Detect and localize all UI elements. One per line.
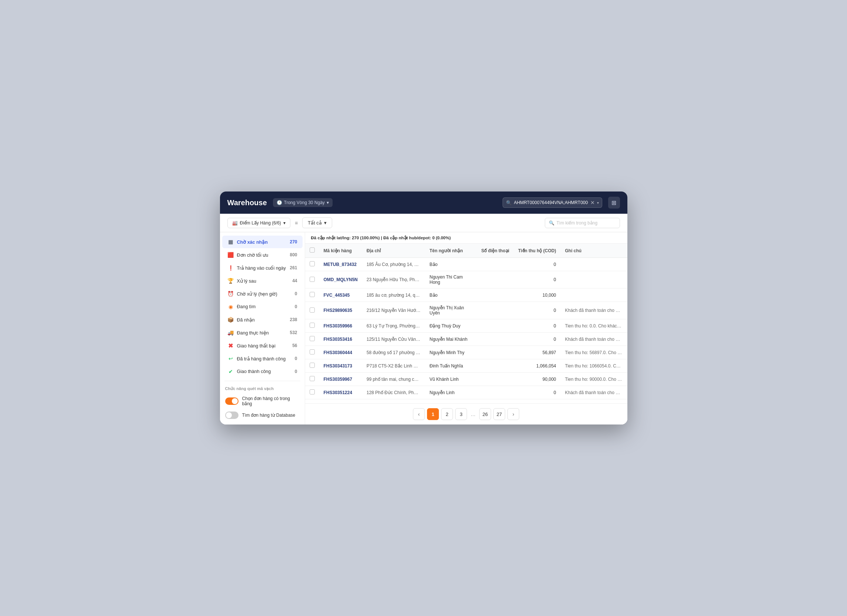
page-26-button[interactable]: 26 bbox=[479, 408, 491, 420]
row-code-1: OMD_MQLYN5N bbox=[319, 271, 362, 288]
table-row: FVC_445345 185 âu cơ, phường 14, quận 11… bbox=[305, 288, 627, 302]
row-checkbox-1[interactable] bbox=[310, 277, 315, 282]
content-area: Đã cập nhật lat/lng: 270 (100.00%) | Đã … bbox=[305, 232, 627, 424]
select-all-checkbox[interactable] bbox=[310, 247, 315, 253]
row-recipient-6: Nguyễn Minh Thy bbox=[425, 346, 477, 359]
sidebar-item-count: 0 bbox=[295, 356, 297, 361]
row-checkbox-0[interactable] bbox=[310, 261, 315, 266]
row-address-8: 99 phố tân mai, chung cư Man... bbox=[362, 373, 425, 386]
prev-page-button[interactable]: ‹ bbox=[413, 408, 425, 420]
page-dots: … bbox=[469, 412, 477, 417]
toggle1-label: Chọn đơn hàng có trong bảng bbox=[242, 396, 300, 406]
clear-search-icon[interactable]: ✕ bbox=[590, 199, 595, 205]
row-checkbox-4[interactable] bbox=[310, 323, 315, 328]
date-filter-button[interactable]: 🕐 Trong Vòng 30 Ngày ▾ bbox=[273, 198, 333, 207]
main-content: ▦ Chờ xác nhận 270 🟥 Đơn chờ tối ưu 800 … bbox=[220, 232, 627, 424]
row-checkbox-3[interactable] bbox=[310, 307, 315, 313]
row-phone-2 bbox=[477, 288, 514, 302]
row-cod-7: 1,066,054 bbox=[514, 359, 560, 373]
row-address-3: 216/12 Nguyễn Văn Hướng, Ph... bbox=[362, 302, 425, 319]
tra-hang-icon: ❗ bbox=[227, 264, 234, 271]
sidebar-item-label: Đang tìm bbox=[237, 304, 292, 309]
row-note-4: Tien thu ho: 0.0. Cho khách xem h bbox=[561, 319, 627, 332]
page-2-button[interactable]: 2 bbox=[441, 408, 453, 420]
row-checkbox-2[interactable] bbox=[310, 292, 315, 297]
app-title: Warehouse bbox=[227, 198, 267, 207]
row-note-7: Tien thu ho: 1066054.0. Cho khác bbox=[561, 359, 627, 373]
table-row: FHS30360444 58 đường số 17 phường bình t… bbox=[305, 346, 627, 359]
page-27-button[interactable]: 27 bbox=[493, 408, 505, 420]
sidebar-item-count: 0 bbox=[295, 291, 297, 296]
next-page-button[interactable]: › bbox=[508, 408, 519, 420]
date-filter-label: Trong Vòng 30 Ngày bbox=[284, 200, 325, 205]
page-1-button[interactable]: 1 bbox=[427, 408, 439, 420]
toggle-row-2: Tìm đơn hàng từ Database bbox=[220, 409, 305, 421]
header-search-input[interactable] bbox=[514, 200, 588, 205]
sidebar-item-da-tra-hang[interactable]: ↩ Đã trả hàng thành công 0 bbox=[222, 352, 302, 365]
stats-text: Đã cập nhật lat/lng: 270 (100.00%) | Đã … bbox=[311, 236, 451, 240]
sidebar-item-label: Đơn chờ tối ưu bbox=[237, 252, 287, 258]
col-recipient: Tên người nhận bbox=[425, 244, 477, 258]
sidebar-item-count: 261 bbox=[290, 265, 297, 270]
don-cho-toi-uu-icon: 🟥 bbox=[227, 251, 234, 258]
toggle-select-order[interactable] bbox=[225, 397, 239, 405]
chevron-down-icon: ▾ bbox=[327, 200, 329, 205]
search-icon: 🔍 bbox=[506, 200, 512, 205]
row-address-0: 185 Âu Cơ, phường 14, quận 11... bbox=[362, 258, 425, 271]
sidebar-item-dang-thuc-hien[interactable]: 🚚 Đang thực hiện 532 bbox=[222, 326, 302, 339]
sidebar-item-count: 44 bbox=[292, 278, 297, 284]
col-checkbox bbox=[305, 244, 319, 258]
sidebar-item-cho-xu-ly[interactable]: ⏰ Chờ xử lý (hẹn giờ) 0 bbox=[222, 287, 302, 300]
row-address-4: 63 Lý Tự Trọng, Phường Bến N... bbox=[362, 319, 425, 332]
filter-all-button[interactable]: Tất cả ▾ bbox=[302, 217, 332, 228]
table-row: FHS30343173 P718 CT5-X2 Bắc Linh Đàm, Ph… bbox=[305, 359, 627, 373]
row-phone-8 bbox=[477, 373, 514, 386]
table-row: FHS30351224 128 Phố Đức Chính, Phường Tr… bbox=[305, 386, 627, 399]
table-wrapper: Mã kiện hàng Địa chỉ Tên người nhận Số đ… bbox=[305, 244, 627, 403]
row-phone-6 bbox=[477, 346, 514, 359]
row-checkbox-cell bbox=[305, 288, 319, 302]
row-checkbox-cell bbox=[305, 302, 319, 319]
sidebar-item-don-cho-toi-uu[interactable]: 🟥 Đơn chờ tối ưu 800 bbox=[222, 248, 302, 261]
row-cod-9: 0 bbox=[514, 386, 560, 399]
row-checkbox-6[interactable] bbox=[310, 349, 315, 355]
sidebar-item-dang-tim[interactable]: ◉ Đang tìm 0 bbox=[222, 300, 302, 313]
sidebar-item-label: Trả hàng vào cuối ngày bbox=[237, 265, 287, 271]
row-checkbox-cell bbox=[305, 271, 319, 288]
da-tra-hang-icon: ↩ bbox=[227, 355, 234, 362]
sidebar-item-giao-thanh-cong[interactable]: ✔ Giao thành công 0 bbox=[222, 365, 302, 378]
sidebar-item-da-nhan[interactable]: 📦 Đã nhận 238 bbox=[222, 313, 302, 326]
pickup-point-button[interactable]: 🏭 Điểm Lấy Hàng (6/6) ▾ bbox=[227, 218, 290, 228]
row-recipient-3: Nguyễn Thị Xuân Uyên bbox=[425, 302, 477, 319]
row-code-5: FHS30353416 bbox=[319, 332, 362, 346]
filter-icon: ≡ bbox=[295, 220, 298, 226]
sidebar-item-label: Chờ xử lý (hẹn giờ) bbox=[237, 291, 292, 297]
row-phone-3 bbox=[477, 302, 514, 319]
row-cod-8: 90,000 bbox=[514, 373, 560, 386]
row-checkbox-7[interactable] bbox=[310, 363, 315, 368]
toggle-find-database[interactable] bbox=[225, 412, 239, 419]
search-dropdown-icon[interactable]: ▾ bbox=[597, 201, 599, 205]
sidebar-item-label: Đã nhận bbox=[237, 317, 287, 323]
sidebar-item-giao-that-bai[interactable]: ✖ Giao hàng thất bại 56 bbox=[222, 339, 302, 352]
col-address: Địa chỉ bbox=[362, 244, 425, 258]
row-recipient-5: Nguyễn Mai Khánh bbox=[425, 332, 477, 346]
row-cod-3: 0 bbox=[514, 302, 560, 319]
row-recipient-0: Bảo bbox=[425, 258, 477, 271]
row-phone-1 bbox=[477, 271, 514, 288]
sidebar-item-cho-xac-nhan[interactable]: ▦ Chờ xác nhận 270 bbox=[222, 236, 302, 248]
dang-thuc-hien-icon: 🚚 bbox=[227, 329, 234, 336]
row-cod-5: 0 bbox=[514, 332, 560, 346]
table-search-input[interactable] bbox=[557, 220, 616, 226]
row-checkbox-8[interactable] bbox=[310, 376, 315, 381]
giao-thanh-cong-icon: ✔ bbox=[227, 368, 234, 375]
row-checkbox-5[interactable] bbox=[310, 336, 315, 341]
row-checkbox-9[interactable] bbox=[310, 389, 315, 394]
col-cod: Tiền thu hộ (COD) bbox=[514, 244, 560, 258]
layout-button[interactable]: ⊞ bbox=[608, 197, 620, 208]
row-code-7: FHS30343173 bbox=[319, 359, 362, 373]
page-3-button[interactable]: 3 bbox=[455, 408, 467, 420]
sidebar-item-xu-ly-sau[interactable]: 🏆 Xử lý sau 44 bbox=[222, 275, 302, 287]
table-search-icon: 🔍 bbox=[549, 220, 555, 226]
sidebar-item-tra-hang[interactable]: ❗ Trả hàng vào cuối ngày 261 bbox=[222, 261, 302, 274]
